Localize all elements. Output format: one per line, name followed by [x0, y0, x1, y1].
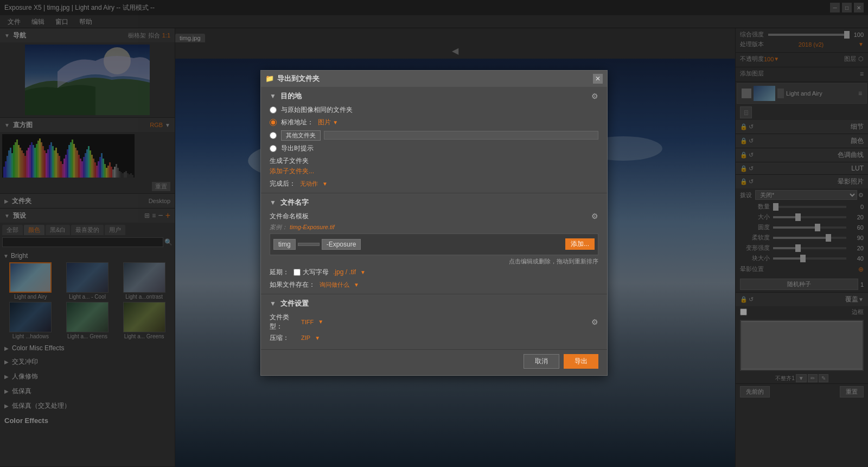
destination-header[interactable]: ▼ 目的地 ⚙: [270, 91, 598, 101]
radio-prompt: 导出时提示: [270, 144, 598, 153]
filename-hint: 点击编辑或删除，拖动到重新排序: [509, 258, 598, 264]
radio-prompt-input[interactable]: [270, 145, 277, 152]
extension-row: 延期： 大写字母 .jpg / .tif ▼: [270, 268, 598, 277]
uppercase-checkbox[interactable]: [293, 269, 301, 276]
if-exists-arrow[interactable]: ▼: [354, 282, 359, 288]
cancel-button[interactable]: 取消: [524, 354, 559, 369]
if-exists-label: 如果文件存在：: [270, 280, 315, 289]
radio-same-folder-label: 与原始图像相同的文件夹: [281, 105, 353, 115]
compress-arrow[interactable]: ▼: [315, 335, 320, 341]
ext-label: 延期：: [270, 268, 289, 277]
example-prefix: 案例：: [270, 223, 288, 231]
export-dialog: 📁 导出到文件夹 ✕ ▼ 目的地 ⚙ 与原始图像相同的文件夹 标准地: [260, 70, 608, 376]
compress-label: 压缩：: [270, 333, 297, 343]
add-tag-button[interactable]: 添加...: [565, 238, 595, 250]
destination-title: 目的地: [280, 91, 302, 101]
compress-row: 压缩： ZIP ▼: [270, 333, 598, 343]
add-subfolder-link[interactable]: 添加子文件夹...: [270, 167, 314, 175]
export-button[interactable]: 导出: [564, 354, 598, 369]
after-value[interactable]: 无动作: [300, 180, 318, 188]
filename-header[interactable]: ▼ 文件名字: [270, 198, 598, 207]
file-type-value[interactable]: TIFF: [301, 319, 314, 325]
example-row: 案例： timg-Exposure.tif: [270, 223, 598, 231]
radio-same-folder: 与原始图像相同的文件夹: [270, 105, 598, 115]
after-dropdown-arrow[interactable]: ▼: [322, 181, 328, 187]
filename-settings-icon[interactable]: ⚙: [591, 212, 598, 220]
completion-row: 完成后： 无动作 ▼: [270, 179, 598, 188]
filename-tag-area: timg -Exposure 添加...: [270, 234, 598, 255]
filename-arrow: ▼: [270, 199, 276, 206]
file-settings-header[interactable]: ▼ 文件设置: [270, 299, 598, 308]
subfolder-section: 生成子文件夹: [270, 156, 598, 166]
other-folder-button[interactable]: 其他文件夹: [281, 130, 321, 141]
destination-section: ▼ 目的地 ⚙ 与原始图像相同的文件夹 标准地址： 图片 ▼: [261, 87, 607, 193]
ext-dropdown-arrow[interactable]: ▼: [360, 269, 366, 275]
ext-value[interactable]: .jpg / .tif: [333, 268, 356, 276]
file-type-label: 文件类型：: [270, 313, 297, 331]
destination-settings-icon[interactable]: ⚙: [591, 92, 598, 100]
radio-standard-addr-input[interactable]: [270, 119, 277, 126]
standard-addr-arrow[interactable]: ▼: [333, 119, 338, 125]
hint-row: 点击编辑或删除，拖动到重新排序: [270, 257, 598, 266]
modal-content: ▼ 目的地 ⚙ 与原始图像相同的文件夹 标准地址： 图片 ▼: [261, 87, 607, 375]
standard-addr-value[interactable]: 图片: [318, 118, 331, 126]
uppercase-checkbox-label: 大写字母: [293, 268, 329, 277]
export-folder-icon: 📁: [265, 74, 274, 83]
modal-title-text: 导出到文件夹: [277, 74, 320, 84]
modal-overlay: 📁 导出到文件夹 ✕ ▼ 目的地 ⚙ 与原始图像相同的文件夹 标准地: [0, 0, 868, 467]
other-folder-input[interactable]: [324, 131, 598, 140]
filename-separator[interactable]: [298, 243, 320, 246]
file-settings-title: 文件设置: [280, 299, 309, 308]
radio-other-folder: 其他文件夹: [270, 130, 598, 141]
file-type-arrow[interactable]: ▼: [318, 319, 323, 325]
modal-close-button[interactable]: ✕: [593, 74, 603, 84]
modal-title: 📁 导出到文件夹: [265, 74, 320, 84]
template-label-row: 文件命名模板 ⚙: [270, 212, 598, 221]
radio-standard-addr-label: 标准地址：: [281, 118, 314, 127]
compress-value[interactable]: ZIP: [301, 335, 310, 341]
add-subfolder-section: 添加子文件夹...: [270, 167, 598, 176]
radio-prompt-label: 导出时提示: [281, 144, 314, 153]
modal-titlebar: 📁 导出到文件夹 ✕: [261, 71, 607, 87]
radio-other-folder-input[interactable]: [270, 132, 277, 139]
example-value: timg-Exposure.tif: [290, 224, 335, 230]
subfolder-label: 生成子文件夹: [270, 157, 309, 165]
file-settings-section: ▼ 文件设置 文件类型： TIFF ▼ ⚙ 压缩： ZIP ▼: [261, 294, 607, 350]
if-exists-value[interactable]: 询问做什么: [320, 281, 349, 289]
file-type-settings-icon[interactable]: ⚙: [591, 318, 598, 326]
filename-title: 文件名字: [280, 198, 309, 207]
after-label: 完成后：: [270, 179, 296, 188]
filename-tag-timg[interactable]: timg: [273, 239, 296, 250]
uppercase-label-text: 大写字母: [303, 268, 329, 277]
template-label: 文件命名模板: [270, 212, 591, 221]
file-settings-arrow: ▼: [270, 300, 276, 307]
filename-section: ▼ 文件名字 文件命名模板 ⚙ 案例： timg-Exposure.tif ti…: [261, 193, 607, 294]
radio-standard-addr: 标准地址： 图片 ▼: [270, 118, 598, 127]
if-exists-row: 如果文件存在： 询问做什么 ▼: [270, 280, 598, 289]
filename-tag-exposure[interactable]: -Exposure: [322, 239, 361, 250]
radio-same-folder-input[interactable]: [270, 106, 277, 113]
modal-buttons-row: 取消 导出: [261, 350, 607, 369]
file-type-row: 文件类型： TIFF ▼ ⚙: [270, 313, 598, 331]
destination-arrow: ▼: [270, 92, 276, 100]
